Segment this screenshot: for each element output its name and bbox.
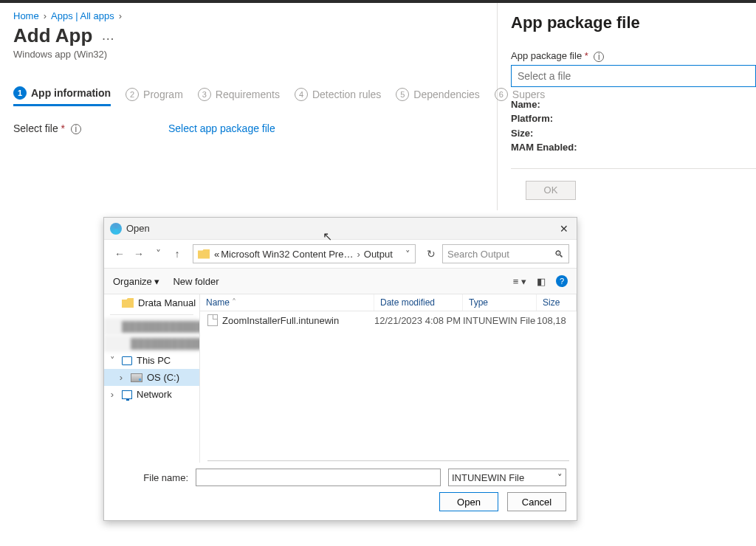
refresh-button[interactable]: ↻ [423,246,439,262]
new-folder-button[interactable]: New folder [173,276,219,287]
up-button[interactable]: ↑ [169,246,185,262]
tree-item-redacted[interactable]: ████████████ [104,318,199,335]
column-date[interactable]: Date modified [374,294,463,311]
sidepanel-title: App package file [511,13,756,32]
column-name[interactable]: Name ˄ [200,294,374,311]
chevron-right-icon[interactable]: › [354,249,362,260]
chevron-right-icon: › [44,10,47,21]
folder-icon [122,298,134,308]
page-subtitle: Windows app (Win32) [13,49,484,60]
disk-icon [131,373,142,382]
filename-input[interactable] [196,469,441,486]
file-row[interactable]: ZoomInstallerFull.intunewin 12/21/2023 4… [200,311,577,329]
tab-program[interactable]: 2Program [126,88,183,106]
file-open-dialog: Open ↖ ✕ ← → ˅ ↑ « Microsoft Win32 Conte… [103,217,577,521]
recent-button[interactable]: ˅ [150,246,166,262]
pc-icon [122,356,132,365]
search-input[interactable]: Search Output 🔍︎ [442,244,569,263]
package-metadata: Name: Platform: Size: MAM Enabled: [511,97,756,155]
breadcrumb-apps[interactable]: Apps | All apps [51,10,114,21]
column-type[interactable]: Type [463,294,537,311]
wizard-tabs: 1App information 2Program 3Requirements … [13,86,484,106]
back-button[interactable]: ← [111,246,128,262]
tree-item-this-pc[interactable]: ˅This PC [104,352,199,369]
select-file-label: Select file * i [13,122,168,134]
tab-dependencies[interactable]: 5Dependencies [396,88,480,106]
help-button[interactable]: ? [556,275,568,287]
filename-label: File name: [114,472,188,483]
forward-button[interactable]: → [131,246,147,262]
breadcrumb-home[interactable]: Home [13,10,39,21]
cancel-button[interactable]: Cancel [507,492,566,511]
search-icon: 🔍︎ [554,249,564,260]
tab-app-information[interactable]: 1App information [13,86,111,106]
breadcrumb: Home › Apps | All apps › [13,10,484,21]
info-icon[interactable]: i [71,124,81,134]
tree-item-os-c[interactable]: ›OS (C:) [104,369,199,386]
app-package-file-input[interactable] [511,65,756,87]
preview-pane-button[interactable]: ◧ [537,276,546,287]
tree-item-redacted[interactable]: ████████████ [104,335,199,352]
info-icon[interactable]: i [594,52,604,62]
expand-icon[interactable]: ˅ [109,355,116,366]
path-dropdown-icon[interactable]: ˅ [405,249,410,260]
folder-icon [198,249,210,259]
address-bar[interactable]: « Microsoft Win32 Content Pre… › Output … [193,244,416,263]
title-menu-button[interactable]: … [101,28,116,44]
folder-tree: Drata Manual ████████████ ████████████ ˅… [104,294,200,463]
view-options-button[interactable]: ≡ ▾ [513,276,526,287]
close-button[interactable]: ✕ [556,221,572,237]
tab-detection-rules[interactable]: 4Detection rules [295,88,381,106]
network-icon [122,390,132,399]
expand-icon[interactable]: › [109,389,116,400]
expand-icon[interactable]: › [117,372,125,383]
tree-item-drata[interactable]: Drata Manual [104,294,199,311]
filetype-select[interactable]: INTUNEWIN File˅ [448,469,566,486]
organize-menu[interactable]: Organize ▾ [113,276,159,287]
app-icon [110,223,122,235]
file-icon [207,314,218,326]
select-app-package-link[interactable]: Select app package file [168,122,275,134]
tree-item-network[interactable]: ›Network [104,386,199,403]
open-button[interactable]: Open [439,492,498,511]
page-title: Add App [13,24,92,47]
column-size[interactable]: Size [537,294,577,311]
ok-button[interactable]: OK [526,181,576,200]
dialog-title: Open [126,223,150,234]
tab-requirements[interactable]: 3Requirements [198,88,280,106]
app-package-file-label: App package file * i [511,50,756,62]
chevron-right-icon: › [119,10,122,21]
